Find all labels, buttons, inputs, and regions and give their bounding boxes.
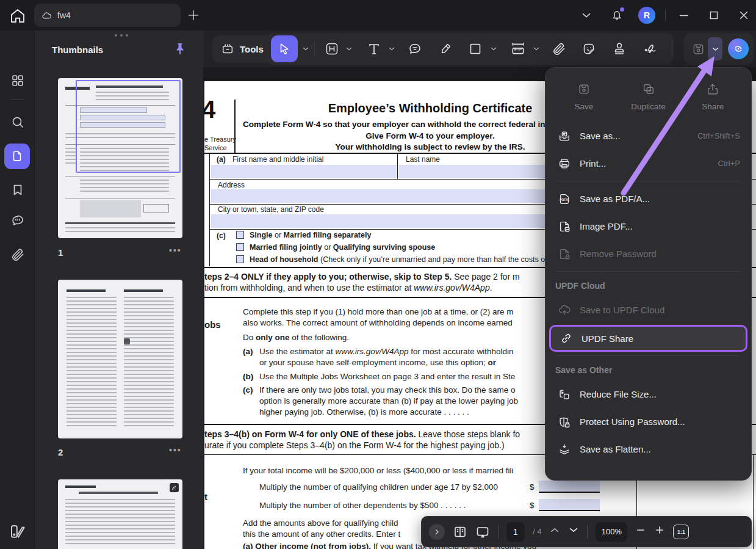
ruler-icon: [510, 41, 526, 57]
expand-statusbar-button[interactable]: [429, 524, 445, 540]
previous-page-button[interactable]: [549, 525, 560, 539]
menu-item-save-as-flatten[interactable]: Save as Flatten...: [545, 435, 751, 463]
shape-tool-button[interactable]: [465, 38, 486, 59]
next-page-button[interactable]: [568, 525, 579, 539]
thumb-decor: [65, 222, 175, 224]
form-rule: [753, 454, 754, 549]
thumbnail-page-number: 2: [58, 447, 63, 457]
head-of-household-checkbox[interactable]: [236, 255, 244, 263]
sidebar-item-comments[interactable]: [10, 213, 25, 228]
sidebar-item-bookmarks[interactable]: [10, 183, 25, 197]
thumb-decor: [65, 499, 175, 547]
comment-tool-button[interactable]: [405, 38, 425, 59]
step3-add-line: Add the amounts above for qualifying chi…: [243, 518, 398, 528]
thumbnail-more-button[interactable]: •••: [169, 445, 182, 454]
home-button[interactable]: [9, 7, 27, 25]
measure-tool-button[interactable]: [508, 38, 528, 59]
edit-text-chevron[interactable]: [345, 45, 353, 53]
avatar[interactable]: R: [638, 7, 655, 24]
actual-size-button[interactable]: 1:1: [673, 525, 689, 539]
stamp-tool-button[interactable]: [609, 38, 630, 59]
checkbox-label-bold: Married filing jointly: [250, 243, 322, 252]
sidebar-item-thumbnails[interactable]: [4, 144, 30, 169]
page-viewport-indicator[interactable]: [76, 80, 181, 173]
notifications-button[interactable]: [610, 9, 624, 22]
zoom-level-input[interactable]: 100%: [596, 522, 627, 542]
step4a-bold: (a) Other income (not from jobs).: [243, 542, 371, 549]
first-name-field[interactable]: [211, 165, 397, 178]
menu-duplicate-action: Duplicate: [616, 78, 681, 117]
sidebar-item-attachments[interactable]: [10, 247, 25, 262]
zoom-out-button[interactable]: [635, 525, 646, 539]
thumb-decor: [65, 198, 175, 198]
menu-item-protect-using-password[interactable]: Protect Using Password...: [545, 408, 751, 435]
married-jointly-checkbox[interactable]: [236, 243, 244, 251]
step-note-text: See page 2 for m: [452, 272, 519, 282]
menu-item-save-as[interactable]: Save as... Ctrl+Shift+S: [545, 122, 751, 150]
close-button[interactable]: [737, 9, 751, 22]
thumbnail-page-2[interactable]: [58, 280, 182, 438]
save-as-icon: [558, 129, 571, 143]
thumbnail-page-1[interactable]: [58, 78, 182, 238]
signature-tool-button[interactable]: [640, 38, 661, 59]
document-tab[interactable]: fw4: [34, 4, 181, 27]
single-checkbox[interactable]: [236, 231, 244, 239]
save-button: [688, 38, 708, 59]
reading-mode-button[interactable]: [453, 525, 467, 539]
plus-icon: [187, 9, 200, 22]
menu-item-save-as-pdfa[interactable]: PDF/A Save as PDF/A...: [545, 185, 751, 213]
reduce-size-icon: [558, 388, 571, 401]
dependents-amount-field[interactable]: [539, 499, 600, 511]
form-subtitle-1: Complete Form W-4 so that your employer …: [243, 120, 567, 129]
thumb-decor: [67, 297, 117, 426]
titlebar-chevron-button[interactable]: [580, 9, 593, 22]
thumbnail-page-3[interactable]: [58, 479, 182, 549]
text-tool-button[interactable]: [364, 38, 384, 59]
tools-button[interactable]: Tools: [212, 35, 272, 62]
checkbox-label-bold: Single: [250, 231, 273, 239]
select-tool-chevron[interactable]: [302, 45, 309, 53]
menu-share-action: Share: [680, 78, 745, 117]
highlighter-tool-button[interactable]: [436, 38, 456, 59]
chevron-down-icon: [302, 45, 309, 53]
swatches-icon: [9, 523, 27, 541]
panel-drag-handle[interactable]: [115, 34, 128, 37]
select-tool-button[interactable]: [271, 35, 298, 62]
step34-note-text: urate if you complete Steps 3–4(b) on th…: [204, 440, 505, 450]
sticker-tool-button[interactable]: [578, 38, 599, 59]
ai-assistant-button[interactable]: [728, 38, 749, 59]
attachment-tool-button[interactable]: [549, 38, 569, 59]
toolbar: Tools: [203, 31, 756, 67]
menu-item-reduce-file-size[interactable]: Reduce File Size...: [545, 380, 751, 408]
thumb-decor: [80, 180, 169, 194]
close-icon: [737, 9, 751, 22]
checkbox-label-bold: Head of household: [250, 255, 319, 264]
thumbnails-panel: Thumbnails 1 •••: [35, 31, 203, 549]
menu-item-image-pdf[interactable]: Image PDF...: [545, 213, 751, 240]
save-menu-chevron-button[interactable]: [708, 37, 722, 60]
presentation-mode-button[interactable]: [475, 525, 490, 539]
chevron-down-icon: [580, 9, 593, 22]
thumb-decor: [80, 200, 141, 217]
menu-item-updf-share[interactable]: UPDF Share: [549, 325, 747, 352]
menu-item-print[interactable]: Print... Ctrl+P: [545, 150, 751, 177]
thumb-decor: [124, 338, 130, 344]
children-amount-field[interactable]: [539, 481, 600, 493]
edit-text-tool-button[interactable]: [322, 38, 342, 59]
sticker-icon: [581, 42, 596, 56]
text-tool-chevron[interactable]: [388, 45, 395, 53]
zoom-in-button[interactable]: [654, 525, 665, 539]
cursor-icon: [278, 42, 291, 56]
shape-tool-chevron[interactable]: [490, 45, 497, 53]
maximize-button[interactable]: [707, 9, 721, 22]
pin-icon[interactable]: [173, 42, 187, 56]
minimize-button[interactable]: [677, 9, 691, 22]
sidebar-item-grid[interactable]: [10, 73, 25, 88]
sidebar-item-swatches[interactable]: [9, 523, 27, 541]
sidebar-item-search[interactable]: [10, 115, 25, 129]
measure-tool-chevron[interactable]: [533, 45, 540, 53]
page-number-input[interactable]: 1: [506, 522, 525, 542]
new-tab-button[interactable]: [187, 9, 200, 22]
form-number-fragment: 4: [204, 96, 215, 123]
thumbnail-more-button[interactable]: •••: [169, 245, 182, 254]
